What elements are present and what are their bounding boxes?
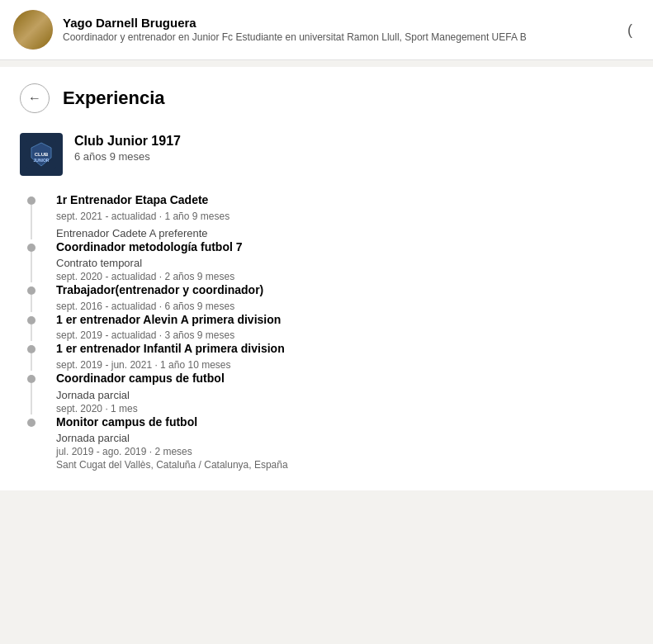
avatar xyxy=(13,10,53,50)
timeline-content: 1 er entrenador Infantil A primera divis… xyxy=(56,341,633,371)
company-logo: CLUB JUNIOR xyxy=(20,133,63,176)
job-location: Sant Cugat del Vallès, Cataluña / Catalu… xyxy=(56,459,633,471)
timeline-dot xyxy=(27,375,35,383)
header-info: Yago Darnell Bruguera Coordinador y entr… xyxy=(63,15,610,45)
job-dates: jul. 2019 - ago. 2019 · 2 meses xyxy=(56,446,633,457)
job-title: Trabajador(entrenador y coordinador) xyxy=(56,282,633,299)
timeline-dot xyxy=(27,197,35,205)
timeline-left xyxy=(20,282,43,312)
timeline-left xyxy=(20,312,43,342)
timeline-dot xyxy=(27,419,35,427)
timeline-item: Monitor campus de futbolJornada parcialj… xyxy=(20,414,633,471)
job-description: Entrenador Cadete A preferente xyxy=(56,227,633,239)
timeline-left xyxy=(20,371,43,414)
job-dates: sept. 2019 - actualidad · 3 años 9 meses xyxy=(56,329,633,341)
timeline-content: Coordinador metodología futbol 7Contrato… xyxy=(56,239,633,283)
svg-text:CLUB: CLUB xyxy=(35,152,49,157)
more-icon[interactable]: ( xyxy=(620,20,640,40)
timeline-dot xyxy=(27,286,35,295)
timeline-content: Coordinador campus de futbolJornada parc… xyxy=(56,371,633,414)
svg-text:JUNIOR: JUNIOR xyxy=(34,158,50,163)
company-info: Club Junior 1917 6 años 9 meses xyxy=(74,133,633,163)
job-dates: sept. 2019 - jun. 2021 · 1 año 10 meses xyxy=(56,359,633,371)
header: Yago Darnell Bruguera Coordinador y entr… xyxy=(0,0,653,60)
timeline-content: Monitor campus de futbolJornada parcialj… xyxy=(56,414,633,471)
timeline-content: 1 er entrenador Alevin A primera divisio… xyxy=(56,312,633,342)
timeline-item: 1r Entrenador Etapa Cadetesept. 2021 - a… xyxy=(20,192,633,239)
header-name: Yago Darnell Bruguera xyxy=(63,15,610,31)
timeline-item: Coordinador campus de futbolJornada parc… xyxy=(20,371,633,414)
job-title: 1 er entrenador Alevin A primera divisio… xyxy=(56,312,633,329)
timeline-dot xyxy=(27,345,35,353)
job-title: Coordinador campus de futbol xyxy=(56,371,633,387)
timeline-item: 1 er entrenador Alevin A primera divisio… xyxy=(20,312,633,342)
timeline-dot xyxy=(27,244,35,252)
job-title: 1 er entrenador Infantil A primera divis… xyxy=(56,341,633,358)
job-title: Monitor campus de futbol xyxy=(56,414,633,431)
main-content: ← Experiencia CLUB JUNIOR Club Junior 19… xyxy=(0,67,653,490)
timeline-item: Coordinador metodología futbol 7Contrato… xyxy=(20,239,633,283)
job-type: Contrato temporal xyxy=(56,257,633,269)
title-row: ← Experiencia xyxy=(20,83,633,113)
company-duration: 6 años 9 meses xyxy=(74,150,633,163)
timeline-line xyxy=(31,295,32,312)
page-title: Experiencia xyxy=(63,88,165,109)
timeline-content: 1r Entrenador Etapa Cadetesept. 2021 - a… xyxy=(56,192,633,239)
company-name: Club Junior 1917 xyxy=(74,133,633,150)
job-type: Jornada parcial xyxy=(56,432,633,444)
job-dates: sept. 2021 - actualidad · 1 año 9 meses xyxy=(56,211,633,222)
timeline-line xyxy=(31,205,32,239)
timeline-item: 1 er entrenador Infantil A primera divis… xyxy=(20,341,633,371)
timeline-left xyxy=(20,414,43,471)
timeline-line xyxy=(31,252,32,283)
job-dates: sept. 2020 - actualidad · 2 años 9 meses xyxy=(56,271,633,282)
job-title: 1r Entrenador Etapa Cadete xyxy=(56,192,633,209)
timeline-left xyxy=(20,341,43,371)
timeline: 1r Entrenador Etapa Cadetesept. 2021 - a… xyxy=(20,192,633,471)
job-title: Coordinador metodología futbol 7 xyxy=(56,239,633,256)
back-button[interactable]: ← xyxy=(20,83,50,113)
job-dates: sept. 2020 · 1 mes xyxy=(56,403,633,414)
timeline-left xyxy=(20,239,43,283)
timeline-left xyxy=(20,192,43,239)
job-dates: sept. 2016 - actualidad · 6 años 9 meses xyxy=(56,301,633,312)
timeline-item: Trabajador(entrenador y coordinador)sept… xyxy=(20,282,633,312)
timeline-line xyxy=(31,353,32,371)
timeline-dot xyxy=(27,316,35,324)
timeline-line xyxy=(31,324,32,342)
job-type: Jornada parcial xyxy=(56,389,633,401)
timeline-content: Trabajador(entrenador y coordinador)sept… xyxy=(56,282,633,312)
company-block: CLUB JUNIOR Club Junior 1917 6 años 9 me… xyxy=(20,133,633,176)
header-subtitle: Coordinador y entrenador en Junior Fc Es… xyxy=(63,31,610,45)
timeline-line xyxy=(31,383,32,414)
